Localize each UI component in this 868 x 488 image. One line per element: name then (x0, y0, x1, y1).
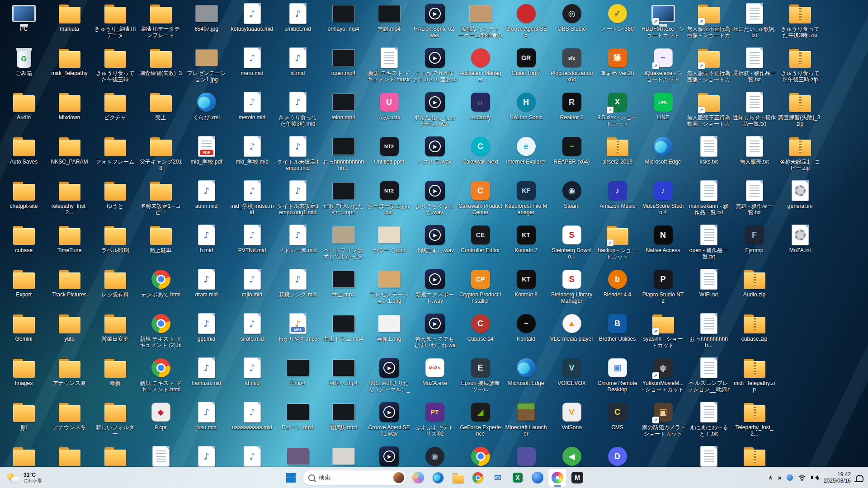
desktop-icon[interactable]: ~↗JQuake.exe - ショートカット (640, 45, 686, 89)
desktop-icon[interactable]: 父子キャンプ2018 (138, 134, 184, 178)
desktop-icon[interactable]: ▶こっちでｈｄすおｆｄｓｂ固お.wav (412, 45, 458, 89)
desktop-icon[interactable]: ♪jusu.mid (184, 399, 229, 444)
desktop-icon[interactable]: Audio.zip (731, 267, 777, 311)
taskbar-app-excel[interactable]: X (509, 469, 527, 487)
desktop-icon[interactable]: 営業日変更 (92, 311, 138, 355)
desktop-icon[interactable]: midi_Telepathy.zip (731, 355, 777, 399)
desktop-icon[interactable]: 新規 テキスト ドキュメント (2).html (138, 311, 184, 355)
desktop-icon[interactable]: airset2-2019 (594, 134, 640, 178)
desktop-icon[interactable]: おっhhhhhhhhhh... (686, 311, 731, 355)
desktop-icon[interactable]: ♪PVTNd.mid (229, 222, 275, 267)
desktop-icon[interactable]: ◉Steam (549, 178, 594, 222)
desktop-icon[interactable]: 無人販売.txt (731, 134, 777, 178)
desktop-icon[interactable]: ♪mid_学校 muse.mid (229, 178, 275, 222)
desktop-icon[interactable]: Groove Agent SE 5 (503, 1, 549, 45)
desktop-icon[interactable]: MoZA.ini (777, 222, 823, 267)
start-button[interactable] (282, 469, 300, 487)
desktop-icon[interactable]: きゅうり食ってた午後3時 .zip (777, 1, 823, 45)
desktop-icon[interactable]: ♪MP3わかりやす.mp3 (275, 311, 321, 355)
desktop-icon[interactable]: ↗無人販売不正行為 動画 - ショートカット (686, 89, 731, 134)
desktop-icon[interactable]: LINELINE (640, 89, 686, 134)
desktop-icon[interactable]: 名称未設定1 - コピー.zip (777, 134, 823, 178)
desktop-icon[interactable]: ♪b.mid (184, 222, 229, 267)
desktop-icon[interactable]: chatgpt-site (1, 178, 47, 222)
desktop-icon[interactable]: ピクチャ (92, 89, 138, 134)
desktop-icon[interactable]: NT2おーぼーまにあ.ppsf (366, 178, 412, 222)
desktop-icon[interactable]: 新規 テキスト ドキュメント.musicxml (366, 45, 412, 89)
desktop-icon[interactable]: ♪aorin.mid (184, 178, 229, 222)
desktop-icon[interactable]: ↗HDDFMT.exe - ショートカット (640, 1, 686, 45)
desktop-icon[interactable]: きゅうり食ってた午後三時.zip (777, 45, 823, 89)
desktop-icon[interactable]: ヘルスコンプレッション__歌詞.txt (686, 355, 731, 399)
desktop-icon[interactable]: ▶パズドラ.wav (412, 134, 458, 178)
desktop-icon[interactable]: PTぷよぷよ™テトリス®2 (412, 399, 458, 444)
desktop-icon[interactable]: ♪td.mid (229, 355, 275, 399)
desktop-icon[interactable]: 調査用データテンプレート (138, 1, 184, 45)
desktop-icon[interactable]: RReaktor 6 (549, 89, 594, 134)
desktop-icon[interactable]: ▶Groove Agent SE 01.wav (366, 399, 412, 444)
desktop-icon[interactable]: VVoiSona (549, 399, 594, 444)
desktop-icon[interactable]: ∩Audacity (458, 89, 503, 134)
desktop-icon[interactable]: ◎OBS Studio (549, 1, 594, 45)
taskbar-weather-widget[interactable]: 31°C にわか雨 (3, 469, 47, 487)
desktop-icon[interactable]: FFymmp (731, 222, 777, 267)
wifi-icon[interactable] (798, 475, 806, 481)
desktop-icon[interactable]: 筆筆まめ Ver.28 (594, 45, 640, 89)
desktop-icon[interactable]: Export (1, 267, 47, 311)
desktop-icon[interactable]: cubase (1, 222, 47, 267)
volume-icon[interactable] (811, 474, 819, 481)
desktop-icon[interactable]: フォトフレーム (92, 134, 138, 178)
desktop-icon[interactable]: ↗syasinn - ショートカット (640, 311, 686, 355)
desktop-icon[interactable]: Uうみ.ustx (366, 89, 412, 134)
desktop-icon[interactable]: ▶よりうさくなった.wav (412, 178, 458, 222)
taskbar-app-photos[interactable] (548, 469, 566, 487)
taskbar-app-mail[interactable]: ✉ (489, 469, 507, 487)
notification-bell-icon[interactable] (856, 475, 863, 481)
desktop-icon[interactable]: レジ袋有料 (92, 267, 138, 311)
desktop-icon[interactable]: F.mp4 (275, 355, 321, 399)
desktop-icon[interactable]: ♪umibet.mid (275, 1, 321, 45)
desktop-icon[interactable]: ~REAPER (x64) (549, 134, 594, 178)
desktop-icon[interactable]: 孤独なインディーゲーム開発者の一生... (458, 1, 503, 45)
desktop-icon[interactable]: 名称未設定1 - コピー (138, 178, 184, 222)
desktop-icon[interactable]: BBrother Utilities (594, 311, 640, 355)
desktop-icon[interactable]: midi_Telepathy (47, 45, 92, 89)
desktop-icon[interactable]: maniuta (47, 1, 92, 45)
desktop-icon[interactable]: 井上.mp4 (321, 267, 366, 311)
desktop-icon[interactable]: Microsoft Edge (503, 355, 549, 399)
desktop-icon[interactable]: X↗9.5.xlsx - ショートカット (594, 89, 640, 134)
desktop-icon[interactable]: bBlender 4.4 (594, 267, 640, 311)
taskbar-app-copilot[interactable] (409, 469, 427, 487)
desktop-icon[interactable]: CCakewalk Next (458, 134, 503, 178)
desktop-icon[interactable]: 新規 テキスト ドキュメント.html (138, 355, 184, 399)
desktop-icon[interactable]: PC (1, 1, 47, 45)
desktop-icon[interactable]: ♪Amazon Music (594, 178, 640, 222)
desktop-icon[interactable]: MoZAMoZA.exe (412, 355, 458, 399)
desktop-icon[interactable]: PPiapro Studio NT2 (640, 267, 686, 311)
desktop-icon[interactable]: ♪きゅうり食ってた午後3時.mid (275, 89, 321, 134)
desktop-icon[interactable]: 画像1.png (366, 311, 412, 355)
desktop-icon[interactable]: 売上 (138, 89, 184, 134)
desktop-icon[interactable]: ♪uaaaaaaaaa.mid (229, 399, 275, 444)
desktop-icon[interactable]: きゅうり食ってた午後三時 (92, 45, 138, 89)
desktop-icon[interactable]: ~Kontakt (503, 311, 549, 355)
desktop-icon[interactable]: cubase.zip (731, 311, 777, 355)
desktop-icon[interactable]: 調査練習(失敗)_3.zip (777, 89, 823, 134)
desktop-icon[interactable]: ヘッドフォンはずしてよかった.mp4 (321, 222, 366, 267)
desktop-icon[interactable]: Auto Saves (1, 134, 47, 178)
desktop-icon[interactable]: Microsoft Edge (640, 134, 686, 178)
desktop-icon[interactable]: ♪gpt.mid (184, 311, 229, 355)
desktop-icon[interactable]: ↗無人販売不正行為 画像 - ショートカッ... (686, 1, 731, 45)
desktop-icon[interactable]: ゆうと (92, 178, 138, 222)
desktop-icon[interactable]: KFKeepforest File Manager (503, 178, 549, 222)
taskbar-clock[interactable]: 19:42 2025/08/16 (824, 471, 851, 484)
desktop-icon[interactable]: きゅうり_調査用データ (92, 1, 138, 45)
desktop-icon[interactable]: CCakewalk Product Center (458, 178, 503, 222)
desktop-icon[interactable]: ▶ずんだもん_しおかぜふ.wav (412, 89, 458, 134)
desktop-icon[interactable]: アナウンス夏 (47, 355, 92, 399)
desktop-icon[interactable]: teion.mp4 (321, 89, 366, 134)
desktop-icon[interactable]: ▣Chrome Remote Desktop (594, 355, 640, 399)
desktop-icon[interactable]: WIFI.txt (686, 267, 731, 311)
desktop-icon[interactable]: Minecraft Launcher (503, 399, 549, 444)
desktop-icon[interactable]: ↗無人販売不正行為 画像 - ショートカット (686, 45, 731, 89)
